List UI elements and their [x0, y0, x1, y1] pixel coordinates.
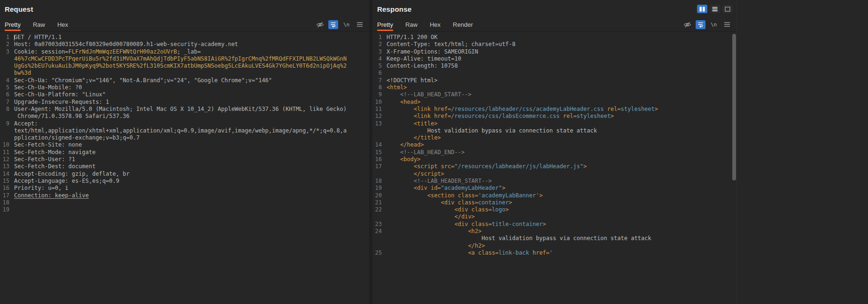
word-wrap-icon[interactable] — [328, 20, 338, 29]
code-line[interactable]: 16 <body> — [372, 156, 736, 163]
code-segment: ' — [550, 249, 553, 256]
code-line[interactable]: text/html,application/xhtml+xml,applicat… — [0, 127, 369, 134]
code-line[interactable]: 13Sec-Fetch-Dest: document — [0, 163, 369, 170]
code-line[interactable]: 24 <h2> — [372, 228, 736, 235]
code-line[interactable]: 5Content-Length: 10758 — [372, 62, 736, 70]
editor-menu-icon[interactable] — [722, 20, 732, 29]
newline-chars-icon[interactable]: \n — [341, 20, 351, 29]
code-line[interactable]: 20 <section class='academyLabBanner'> — [372, 192, 736, 199]
code-line[interactable]: 1GET / HTTP/1.1 — [0, 34, 369, 41]
code-line[interactable]: 4Sec-Ch-Ua: "Chromium";v="146", "Not-A.B… — [0, 77, 369, 84]
request-editor[interactable]: 1GET / HTTP/1.12Host: 0a07003d031554cf80… — [0, 31, 369, 304]
request-tab-pretty[interactable]: Pretty — [5, 18, 21, 31]
code-line[interactable]: 12Sec-Fetch-User: ?1 — [0, 156, 369, 163]
code-line[interactable]: 22 <div class=logo> — [372, 206, 736, 213]
response-tab-pretty[interactable]: Pretty — [377, 18, 393, 31]
response-scrollbar-thumb[interactable] — [732, 34, 736, 180]
code-line[interactable]: 14 </head> — [372, 141, 736, 148]
line-number: 13 — [372, 120, 385, 127]
line-number: 10 — [372, 99, 385, 106]
layout-controls — [697, 5, 733, 13]
code-line[interactable]: 6 — [372, 70, 736, 77]
columns-layout-button[interactable] — [697, 5, 707, 13]
code-line[interactable]: </title> — [372, 134, 736, 141]
code-line[interactable]: 14Accept-Encoding: gzip, deflate, br — [0, 171, 369, 178]
code-line[interactable]: 46%7cMCwCFDD3PcTPqerUiBu5r%2fd3iMVOaX7mA… — [0, 55, 369, 62]
code-line[interactable]: 9Accept: — [0, 120, 369, 127]
code-segment — [387, 185, 414, 191]
code-segment: Sec-Fetch-Mode: navigate — [14, 149, 95, 156]
request-tab-raw[interactable]: Raw — [33, 18, 45, 31]
code-line[interactable]: 4Keep-Alive: timeout=10 — [372, 55, 736, 62]
editor-menu-icon[interactable] — [355, 20, 364, 29]
code-line[interactable]: 10Sec-Fetch-Site: none — [0, 141, 369, 148]
code-line[interactable]: 23 <div class=title-container> — [372, 221, 736, 228]
request-tab-hex[interactable]: Hex — [57, 18, 68, 31]
code-text: Cookie: session=FLFrNdJnMmWqzEEFWNtQrH00… — [13, 48, 369, 55]
hide-nonprinting-icon[interactable] — [315, 20, 325, 29]
code-text: </head> — [385, 141, 736, 148]
code-text: 46%7cMCwCFDD3PcTPqerUiBu5r%2fd3iMVOaX7mA… — [13, 55, 369, 62]
code-line[interactable]: </h2> — [372, 242, 736, 249]
code-line[interactable]: 16Priority: u=0, i — [0, 185, 369, 192]
word-wrap-icon[interactable] — [696, 20, 705, 29]
code-line[interactable]: 17Connection: keep-alive — [0, 192, 369, 199]
response-editor[interactable]: 1HTTP/1.1 200 OK2Content-Type: text/html… — [372, 31, 736, 304]
response-tab-raw[interactable]: Raw — [405, 18, 418, 31]
code-line[interactable]: 12 <link href=/resources/css/labsEcommer… — [372, 113, 736, 120]
code-line[interactable]: 7Upgrade-Insecure-Requests: 1 — [0, 99, 369, 106]
code-line[interactable]: 19 — [0, 206, 369, 213]
code-line[interactable]: 21 <div class=container> — [372, 199, 736, 206]
code-line[interactable]: 3Cookie: session=FLFrNdJnMmWqzEEFWNtQrH0… — [0, 48, 369, 55]
code-segment: <!--LAB_HEAD_END--> — [400, 149, 465, 156]
code-line[interactable]: Host validation bypass via connection st… — [372, 127, 736, 134]
rows-layout-button[interactable] — [710, 5, 720, 13]
code-text: <!DOCTYPE html> — [385, 77, 736, 84]
code-line[interactable]: bw%3d — [0, 70, 369, 77]
hide-nonprinting-icon[interactable] — [682, 20, 692, 29]
response-panel: Response — [372, 0, 736, 304]
code-line[interactable]: 17 <script src="/resources/labheader/js/… — [372, 163, 736, 170]
response-tab-hex[interactable]: Hex — [430, 18, 441, 31]
code-line[interactable]: 11 <link href=/resources/labheader/css/a… — [372, 106, 736, 113]
code-line[interactable]: 18 — [0, 199, 369, 206]
code-line[interactable]: 6Sec-Ch-Ua-Platform: "Linux" — [0, 91, 369, 98]
code-line[interactable]: 19 <div id="academyLabHeader"> — [372, 185, 736, 192]
code-text: <link href=/resources/css/labsEcommerce.… — [385, 113, 736, 120]
code-line[interactable]: 25 <a class=link-back href=' — [372, 249, 736, 257]
newline-chars-icon[interactable]: \n — [709, 20, 719, 29]
columns-icon — [699, 7, 705, 12]
code-line[interactable]: 2Content-Type: text/html; charset=utf-8 — [372, 41, 736, 48]
code-line[interactable]: 8<html> — [372, 84, 736, 91]
code-line[interactable]: 15Accept-Language: es-ES,es;q=0.9 — [0, 178, 369, 185]
code-segment — [387, 199, 441, 206]
panel-splitter[interactable] — [369, 0, 372, 304]
code-line[interactable]: 1HTTP/1.1 200 OK — [372, 34, 736, 41]
code-line[interactable]: UgGs%2bEU7ukuAuibJM0pKyq9%2bot5KYSRE%2fL… — [0, 62, 369, 70]
code-line[interactable]: 7<!DOCTYPE html> — [372, 77, 736, 84]
code-line[interactable]: 18 <!--LAB_HEADER_START--> — [372, 178, 736, 185]
code-line[interactable]: </script> — [372, 171, 736, 178]
code-line[interactable]: 8User-Agent: Mozilla/5.0 (Macintosh; Int… — [0, 106, 369, 113]
code-line[interactable]: </div> — [372, 213, 736, 220]
code-line[interactable]: 15 <!--LAB_HEAD_END--> — [372, 149, 736, 156]
line-number — [372, 213, 385, 220]
code-line[interactable]: 2Host: 0a07003d031554cf80329e0d00780089.… — [0, 41, 369, 48]
code-line[interactable]: 3X-Frame-Options: SAMEORIGIN — [372, 48, 736, 55]
code-line[interactable]: 5Sec-Ch-Ua-Mobile: ?0 — [0, 84, 369, 91]
code-line[interactable]: Chrome/71.0.3578.98 Safari/537.36 — [0, 113, 369, 120]
request-panel-title: Request — [5, 5, 33, 13]
code-segment — [387, 192, 427, 199]
code-line[interactable]: 9 <!--LAB_HEAD_START--> — [372, 91, 736, 98]
response-scrollbar[interactable] — [732, 33, 736, 302]
code-line[interactable]: Host validation bypass via connection st… — [372, 235, 736, 242]
code-line[interactable]: 11Sec-Fetch-Mode: navigate — [0, 149, 369, 156]
line-number: 17 — [0, 192, 13, 199]
code-line[interactable]: 10 <head> — [372, 99, 736, 106]
code-segment: container — [478, 199, 509, 206]
single-view-layout-button[interactable] — [722, 5, 733, 13]
code-line[interactable]: pplication/signed-exchange;v=b3;q=0.7 — [0, 134, 369, 141]
code-segment: ; _lab= — [177, 48, 201, 55]
code-line[interactable]: 13 <title> — [372, 120, 736, 127]
response-tab-render[interactable]: Render — [453, 18, 473, 31]
